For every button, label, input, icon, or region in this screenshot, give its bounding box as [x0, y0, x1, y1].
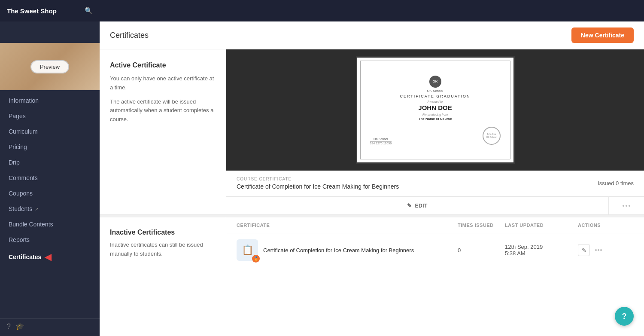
- cert-student-name: JOHN DOE: [418, 104, 452, 111]
- cert-badge-icon: 🏅: [252, 255, 260, 263]
- cert-sig-left: OK School 024 1276 19596: [370, 137, 392, 145]
- new-certificate-button[interactable]: New Certificate: [571, 27, 634, 43]
- help-sidebar-icon[interactable]: ?: [7, 323, 11, 330]
- page-header: Certificates New Certificate: [100, 21, 644, 49]
- external-link-icon: ↗: [35, 207, 38, 211]
- sidebar-item-coupons[interactable]: Coupons: [0, 186, 100, 201]
- cert-preview-container: OK OK School Certificate Graduation Awar…: [226, 49, 644, 171]
- edit-cert-button[interactable]: ✎ EDIT: [226, 197, 608, 214]
- row-more-button[interactable]: [593, 247, 604, 253]
- sidebar-item-comments[interactable]: Comments: [0, 170, 100, 186]
- active-certificate-section: Active Certificate You can only have one…: [100, 49, 644, 215]
- last-updated-cell: 12th Sep. 2019 5:38 AM: [505, 244, 578, 257]
- cert-info-row: COURSE CERTIFICATE Certificate of Comple…: [226, 171, 644, 196]
- sidebar-item-curriculum[interactable]: Curriculum: [0, 124, 100, 139]
- issued-count: Issued 0 times: [598, 180, 634, 186]
- cert-paper: OK OK School Certificate Graduation Awar…: [356, 56, 515, 164]
- active-cert-desc2: The active certificate will be issued au…: [110, 98, 216, 124]
- sidebar-item-drip[interactable]: Drip: [0, 155, 100, 170]
- sidebar-item-label: Drip: [9, 159, 20, 166]
- sidebar-item-label: Students: [9, 205, 32, 212]
- sidebar-nav: Information Pages Curriculum Pricing Dri…: [0, 90, 100, 318]
- inactive-certs-table: CERTIFICATE TIMES ISSUED LAST UPDATED AC…: [226, 217, 644, 270]
- active-cert-card: OK OK School Certificate Graduation Awar…: [226, 49, 644, 214]
- sidebar-item-reports[interactable]: Reports: [0, 232, 100, 247]
- col-times-issued: TIMES ISSUED: [458, 223, 505, 228]
- sidebar-preview-area: Preview: [0, 43, 100, 90]
- cert-thumbnail: 📋 🏅: [237, 239, 258, 261]
- help-button[interactable]: ?: [615, 307, 634, 326]
- sidebar-item-label: Comments: [9, 174, 38, 181]
- course-cert-label: COURSE CERTIFICATE: [237, 177, 399, 181]
- sidebar-item-label: Bundle Contents: [9, 221, 53, 228]
- row-edit-button[interactable]: ✎: [578, 244, 590, 256]
- table-cert-name-cell: 📋 🏅 Certificate of Completion for Ice Cr…: [237, 239, 458, 261]
- col-actions: ACTIONS: [578, 223, 634, 228]
- preview-button[interactable]: Preview: [30, 60, 69, 73]
- row-actions-cell: ✎: [578, 244, 634, 256]
- inactive-certs-section: Inactive Certificates Inactive certifica…: [100, 215, 644, 270]
- table-header: CERTIFICATE TIMES ISSUED LAST UPDATED AC…: [226, 217, 644, 233]
- edit-pencil-icon: ✎: [407, 202, 412, 209]
- sidebar-item-bundle-contents[interactable]: Bundle Contents: [0, 217, 100, 232]
- cert-school-badge: OK: [429, 76, 441, 88]
- inactive-cert-name: Certificate of Completion for Ice Cream …: [263, 247, 414, 254]
- graduation-icon[interactable]: 🎓: [16, 322, 24, 330]
- inactive-cert-desc: Inactive Certificates Inactive certifica…: [100, 217, 226, 270]
- question-mark-icon: ?: [622, 312, 627, 321]
- cert-school-name: OK School: [427, 89, 443, 93]
- inactive-cert-description: Inactive certificates can still be issue…: [110, 241, 216, 259]
- active-cert-heading: Active Certificate: [110, 61, 216, 69]
- active-arrow-icon: ◀: [45, 252, 51, 262]
- sidebar-item-label: Coupons: [9, 190, 33, 197]
- cert-stamp: John DoeOK School: [483, 127, 501, 145]
- active-cert-desc1: You can only have one active certificate…: [110, 74, 216, 92]
- sidebar-item-pages[interactable]: Pages: [0, 108, 100, 124]
- sidebar-item-information[interactable]: Information: [0, 93, 100, 108]
- cert-more-options[interactable]: [609, 197, 644, 214]
- sidebar-item-label: Certificates: [9, 254, 41, 260]
- col-certificate: CERTIFICATE: [237, 223, 458, 228]
- sidebar-item-students[interactable]: Students ↗: [0, 201, 100, 217]
- row-edit-icon: ✎: [582, 247, 586, 254]
- brand-name: The Sweet Shop: [7, 7, 57, 15]
- cert-course-name: The Name of Course: [419, 117, 452, 121]
- sidebar-item-pricing[interactable]: Pricing: [0, 139, 100, 155]
- search-icon[interactable]: 🔍: [85, 7, 93, 15]
- inactive-cert-heading: Inactive Certificates: [110, 229, 216, 236]
- table-row: 📋 🏅 Certificate of Completion for Ice Cr…: [226, 233, 644, 267]
- sidebar-item-label: Reports: [9, 236, 30, 243]
- user-footer: T Taylor @ Teachable ⋮: [0, 334, 100, 336]
- cert-title: Certificate Graduation: [400, 94, 470, 98]
- cert-for-label: For producing from: [422, 113, 448, 116]
- sidebar-item-label: Information: [9, 97, 39, 104]
- cert-awarded-label: Awarded to: [428, 100, 443, 103]
- times-issued-cell: 0: [458, 247, 505, 254]
- page-title: Certificates: [110, 31, 149, 40]
- sidebar-item-certificates[interactable]: Certificates ◀: [0, 247, 100, 266]
- col-last-updated: LAST UPDATED: [505, 223, 578, 228]
- sidebar-item-label: Pages: [9, 113, 26, 119]
- cert-thumbnail-icon: 📋: [242, 244, 253, 256]
- active-cert-desc: Active Certificate You can only have one…: [100, 49, 226, 214]
- sidebar-item-label: Pricing: [9, 144, 27, 150]
- cert-full-name: Certificate of Completion for Ice Cream …: [237, 183, 399, 190]
- sidebar-item-label: Curriculum: [9, 128, 38, 135]
- cert-actions-row: ✎ EDIT: [226, 196, 644, 214]
